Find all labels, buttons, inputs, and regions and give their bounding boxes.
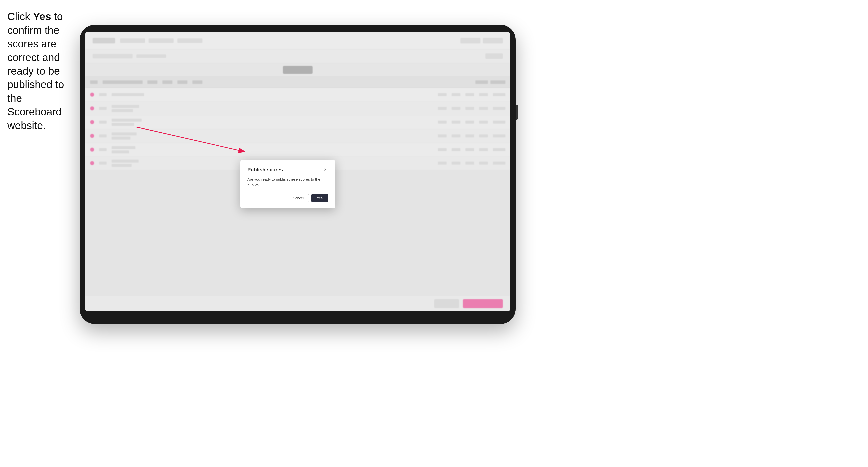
modal-footer: Cancel Yes [247,194,328,203]
modal-overlay: Publish scores × Are you ready to publis… [85,32,510,311]
instruction-bold: Yes [33,11,51,23]
modal-title: Publish scores [247,167,283,173]
modal-header: Publish scores × [247,167,328,173]
tablet-screen: Publish scores × Are you ready to publis… [85,32,510,311]
yes-button[interactable]: Yes [311,194,328,203]
instruction-text: Click Yes to confirm the scores are corr… [7,10,77,132]
cancel-button[interactable]: Cancel [288,194,309,203]
modal-close-button[interactable]: × [322,167,328,173]
tablet-side-button [516,105,518,120]
publish-scores-dialog: Publish scores × Are you ready to publis… [241,160,335,208]
tablet-frame: Publish scores × Are you ready to publis… [80,25,516,324]
modal-body-text: Are you ready to publish these scores to… [247,177,328,188]
